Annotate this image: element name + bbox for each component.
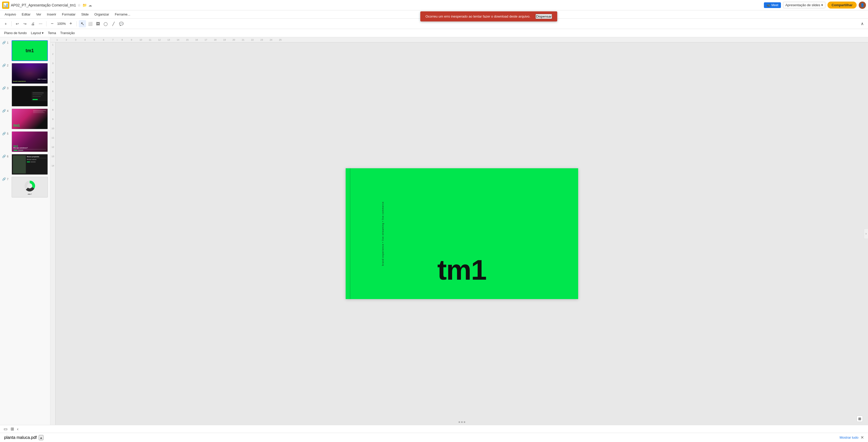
sec-toolbar-layout[interactable]: Layout ▾ bbox=[31, 31, 44, 35]
folder-icon[interactable]: 📁 bbox=[83, 3, 87, 7]
slide-4-icons: 🔗 bbox=[2, 109, 6, 113]
ruler-mark-7: 7 bbox=[108, 38, 118, 41]
link-icon-7: 🔗 bbox=[2, 177, 6, 181]
slide-view-button[interactable]: ▭ bbox=[3, 426, 8, 432]
meet-button[interactable]: 📹 Meet bbox=[764, 2, 781, 8]
add-slide-button[interactable]: + bbox=[2, 20, 9, 27]
v-ruler-10: 10 bbox=[52, 127, 54, 137]
slide-item-6[interactable]: 🔗 6 Nosso propósito Nossos valores bbox=[0, 153, 50, 176]
slide-thumb-4[interactable]: tm1 bbox=[11, 109, 48, 129]
slide-thumb-content-4: tm1 bbox=[12, 109, 48, 129]
image-tool-button[interactable]: 🖼 bbox=[94, 20, 101, 27]
toolbar-add-group: + bbox=[2, 20, 9, 27]
zoom-out-button[interactable]: − bbox=[49, 20, 56, 27]
slide-thumb-3[interactable] bbox=[11, 86, 48, 107]
toolbar-zoom-group: − 100% + bbox=[49, 20, 74, 27]
corner-icon[interactable]: ⊞ bbox=[857, 416, 863, 422]
sec-toolbar-theme[interactable]: Tema bbox=[48, 31, 56, 35]
collapse-panel-button[interactable]: ‹ bbox=[17, 426, 19, 432]
slide-num-7: 7 bbox=[7, 178, 10, 181]
options-button[interactable]: ⋯ bbox=[37, 20, 44, 27]
menu-ver[interactable]: Ver bbox=[34, 12, 44, 17]
star-icon[interactable]: ☆ bbox=[78, 3, 81, 7]
slide-thumb-2[interactable]: brand experience slide 2 content bbox=[11, 63, 48, 84]
slide-3-icons: 🔗 bbox=[2, 86, 6, 90]
slide-canvas-wrap[interactable]: brand experience • live streaming • live… bbox=[56, 42, 868, 425]
main-slide-canvas[interactable]: brand experience • live streaming • live… bbox=[346, 168, 578, 299]
ruler-mark-10: 10 bbox=[136, 38, 146, 41]
cursor-tool-button[interactable]: ↖ bbox=[79, 20, 86, 27]
link-icon-6: 🔗 bbox=[2, 154, 6, 158]
slide-item-5[interactable]: 🔗 5 tm1 Por que existimos? bbox=[0, 130, 50, 153]
chevron-down-icon: ▾ bbox=[821, 3, 823, 7]
cloud-icon[interactable]: ☁ bbox=[88, 3, 92, 7]
slide-panel: 🔗 1 tm1 🔗 2 brand experience s bbox=[0, 37, 51, 425]
slide-thumb-5[interactable]: tm1 Por que existimos? bbox=[11, 131, 48, 152]
menu-editar[interactable]: Editar bbox=[19, 12, 33, 17]
slide-thumb-7[interactable]: slide 7 bbox=[11, 177, 48, 198]
toolbar-separator-2 bbox=[46, 21, 46, 26]
download-close-button[interactable]: ✕ bbox=[861, 435, 864, 440]
slide-logo: tm1 bbox=[437, 253, 487, 286]
slide-num-4: 4 bbox=[7, 110, 10, 113]
v-ruler-6: 6 bbox=[52, 90, 54, 99]
slides-dropdown[interactable]: Apresentação de slides ▾ bbox=[783, 2, 826, 8]
print-button[interactable]: 🖨 bbox=[29, 20, 36, 27]
menu-ferrame[interactable]: Ferrame... bbox=[112, 12, 133, 17]
vertical-ruler: 1 2 3 4 5 6 7 8 9 10 11 12 13 14 bbox=[51, 42, 56, 425]
slide-thumb-1[interactable]: tm1 bbox=[11, 40, 48, 61]
v-ruler-7: 7 bbox=[52, 99, 54, 109]
menu-inserir[interactable]: Inserir bbox=[44, 12, 59, 17]
zoom-in-button[interactable]: + bbox=[67, 20, 74, 27]
user-avatar[interactable]: 👤 bbox=[859, 2, 866, 9]
v-ruler-13: 13 bbox=[52, 155, 54, 165]
sec-toolbar-background[interactable]: Plano de fundo bbox=[4, 31, 27, 35]
ruler-mark-6: 6 bbox=[99, 38, 108, 41]
panel-collapse-top-button[interactable]: ∧ bbox=[859, 20, 866, 27]
sec-toolbar-transition[interactable]: Transição bbox=[60, 31, 75, 35]
menu-arquivo[interactable]: Arquivo bbox=[2, 12, 19, 17]
slide-item-3[interactable]: 🔗 3 bbox=[0, 85, 50, 108]
ruler-mark-15: 15 bbox=[183, 38, 192, 41]
undo-button[interactable]: ↩ bbox=[14, 20, 21, 27]
ruler-mark-9: 9 bbox=[127, 38, 136, 41]
toolbar-tools-group: ↖ ⬜ 🖼 ◯ ╱ 💬 bbox=[79, 20, 125, 27]
slide-item-1[interactable]: 🔗 1 tm1 bbox=[0, 39, 50, 62]
link-icon-1: 🔗 bbox=[2, 41, 6, 45]
slide-item-4[interactable]: 🔗 4 tm1 bbox=[0, 108, 50, 130]
comment-tool-button[interactable]: 💬 bbox=[118, 20, 125, 27]
slide-thumb-content-5: tm1 Por que existimos? bbox=[12, 131, 48, 152]
show-all-button[interactable]: Mostrar tudo bbox=[840, 436, 859, 439]
line-tool-button[interactable]: ╱ bbox=[110, 20, 117, 27]
slide-thumb-content-6: Nosso propósito Nossos valores bbox=[12, 154, 48, 175]
ruler-mark-20: 20 bbox=[229, 38, 239, 41]
select-tool-button[interactable]: ⬜ bbox=[87, 20, 94, 27]
scroll-dot-3 bbox=[464, 421, 465, 423]
menu-formatar[interactable]: Formatar bbox=[59, 12, 78, 17]
grid-view-button[interactable]: ⊞ bbox=[10, 426, 14, 432]
dismiss-button[interactable]: Dispensar bbox=[535, 14, 552, 19]
slide-item-7[interactable]: 🔗 7 slide 7 bbox=[0, 176, 50, 199]
ruler-mark-19: 19 bbox=[220, 38, 229, 41]
slide-item-2[interactable]: 🔗 2 brand experience slide 2 content bbox=[0, 62, 50, 85]
share-button[interactable]: Compartilhar bbox=[828, 2, 857, 8]
link-icon-5: 🔗 bbox=[2, 132, 6, 136]
toolbar-separator-3 bbox=[76, 21, 77, 26]
menu-organizar[interactable]: Organizar bbox=[92, 12, 112, 17]
error-banner: Ocorreu um erro inesperado ao tentar faz… bbox=[420, 11, 557, 22]
v-ruler-5: 5 bbox=[52, 81, 54, 90]
ruler-mark-17: 17 bbox=[201, 38, 211, 41]
error-message: Ocorreu um erro inesperado ao tentar faz… bbox=[426, 14, 530, 18]
download-expand-button[interactable]: ▲ bbox=[39, 435, 43, 440]
menu-slide[interactable]: Slide bbox=[79, 12, 91, 17]
v-ruler-2: 2 bbox=[52, 53, 54, 62]
panel-collapse-right-button[interactable]: › bbox=[864, 229, 868, 239]
v-ruler-8: 8 bbox=[52, 109, 54, 118]
redo-button[interactable]: ↪ bbox=[22, 20, 29, 27]
slide-thumb-6[interactable]: Nosso propósito Nossos valores bbox=[11, 154, 48, 175]
slide-thumb-content-7: slide 7 bbox=[12, 177, 48, 197]
shape-tool-button[interactable]: ◯ bbox=[102, 20, 109, 27]
app-icon: 📊 bbox=[2, 2, 9, 9]
ruler-mark-23: 23 bbox=[257, 38, 266, 41]
link-icon-2: 🔗 bbox=[2, 64, 6, 67]
